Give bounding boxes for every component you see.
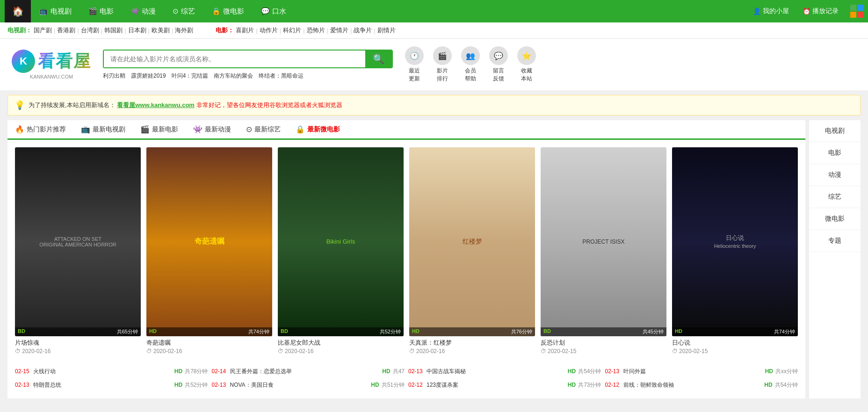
- micro-icon: 🔒: [212, 7, 221, 15]
- notice-link[interactable]: 看看屋www.kankanwu.com: [117, 101, 195, 108]
- tab-tv[interactable]: 📺 最新电视剧: [73, 120, 133, 140]
- subnav-comedy[interactable]: 喜剧片: [236, 26, 254, 35]
- movie-subnav: 电影： 喜剧片 | 动作片 | 科幻片 | 恐怖片 | 爱情片 | 战争片 | …: [204, 26, 395, 35]
- anime-tab-icon: 👾: [193, 125, 203, 134]
- search-button[interactable]: 🔍: [365, 51, 392, 67]
- recent-item-3[interactable]: 02-13 中国古战车揭秘 HD 共54分钟: [408, 366, 601, 377]
- movie-date-1: ⏱ 2020-02-16: [15, 348, 141, 354]
- subnav-war[interactable]: 战争片: [354, 26, 372, 35]
- quicklink-feedback[interactable]: 💬 留言反馈: [486, 46, 511, 83]
- collect-icon: ⭐: [517, 46, 536, 65]
- movie-date-3: ⏱ 2020-02-16: [278, 348, 404, 354]
- recent-item-4[interactable]: 02-13 叶问外篇 HD 共xx分钟: [605, 366, 798, 377]
- subnav-romance[interactable]: 爱情片: [330, 26, 348, 35]
- tab-micro[interactable]: 🔒 最新微电影: [288, 120, 347, 140]
- quicklink-recent[interactable]: 🕐 最近更新: [402, 46, 427, 83]
- variety-tab-icon: ⊙: [246, 125, 252, 134]
- tab-tv-label: 最新电视剧: [93, 125, 125, 134]
- movie-card-3[interactable]: Bikini Girls BD 共52分钟 比基尼女郎大战 ⏱ 2020-02-…: [278, 147, 404, 354]
- tab-hot[interactable]: 🔥 热门影片推荐: [7, 120, 73, 140]
- tab-anime[interactable]: 👾 最新动漫: [186, 120, 239, 140]
- movie-card-2[interactable]: 奇葩遗嘱 HD 共74分钟 奇葩遗嘱 ⏱ 2020-02-16: [146, 147, 272, 354]
- subnav-action[interactable]: 动作片: [260, 26, 278, 35]
- sidebar-item-anime[interactable]: 动漫: [809, 164, 861, 186]
- recent-item-5[interactable]: 02-13 特朗普总统 HD 共52分钟: [15, 379, 208, 391]
- logo-text: 看看屋: [38, 50, 91, 73]
- recent-item-8[interactable]: 02-12 前线：朝鲜致命领袖 HD 共54分钟: [605, 379, 798, 391]
- my-house-button[interactable]: 👤 我的小屋: [747, 0, 795, 22]
- nav-variety-label: 综艺: [181, 7, 195, 16]
- movie-thumb-1: ATTACKED ON SETORIGINAL AMERICAN HORROR …: [15, 147, 141, 336]
- tv-subnav-label: 电视剧：: [7, 26, 32, 35]
- tab-variety[interactable]: ⊙ 最新综艺: [239, 120, 288, 140]
- ranking-icon: 🎬: [433, 46, 452, 65]
- quicklink-ranking[interactable]: 🎬 影片排行: [430, 46, 455, 83]
- nav-tv[interactable]: 📺 电视剧: [31, 0, 80, 22]
- nav-movie[interactable]: 🎬 电影: [80, 0, 122, 22]
- movie-card-1[interactable]: ATTACKED ON SETORIGINAL AMERICAN HORROR …: [15, 147, 141, 354]
- quicklink-vip[interactable]: 👥 会员帮助: [458, 46, 483, 83]
- movie-badge-4: HD 共76分钟: [409, 327, 535, 336]
- recent-item-7[interactable]: 02-12 123度谋杀案 HD 共73分钟: [408, 379, 601, 391]
- nav-micro[interactable]: 🔒 微电影: [203, 0, 253, 22]
- recent-item-6[interactable]: 02-13 NOVA：美国日食 HD 共51分钟: [212, 379, 405, 391]
- subnav-jp[interactable]: 日本剧: [128, 26, 146, 35]
- movie-grid: ATTACKED ON SETORIGINAL AMERICAN HORROR …: [7, 140, 805, 362]
- notice-prefix: 为了持续发展,本站启用新域名：: [29, 101, 116, 108]
- movie-card-5[interactable]: PROJECT ISISX BD 共45分钟 反恐计划 ⏱ 2020-02-15: [541, 147, 666, 354]
- tab-variety-label: 最新综艺: [254, 125, 281, 134]
- history-button[interactable]: ⏰ 播放记录: [797, 0, 844, 22]
- main-content: 🔥 热门影片推荐 📺 最新电视剧 🎬 最新电影 👾 最新动漫 ⊙ 最新综艺 🔒: [0, 120, 868, 398]
- movie-title-6: 日心说: [672, 339, 798, 347]
- notice-text: 为了持续发展,本站启用新域名： 看看屋www.kankanwu.com 非常好记…: [29, 101, 342, 109]
- sidebar-item-movie[interactable]: 电影: [809, 142, 861, 164]
- home-button[interactable]: 🏠: [5, 0, 31, 22]
- subnav-hk[interactable]: 香港剧: [57, 26, 75, 35]
- hot-link-2[interactable]: 霹雳娇娃2019: [131, 72, 166, 80]
- grid-icon[interactable]: [850, 5, 863, 18]
- nav-gossip[interactable]: 💬 口水: [253, 0, 295, 22]
- tab-hot-label: 热门影片推荐: [27, 125, 66, 134]
- movie-card-6[interactable]: 日心说Heliocentric theory HD 共74分钟 日心说 ⏱ 20…: [672, 147, 798, 354]
- movie-thumb-5: PROJECT ISISX BD 共45分钟: [541, 147, 666, 336]
- movie-title-3: 比基尼女郎大战: [278, 339, 404, 347]
- movie-card-4[interactable]: 红楼梦 HD 共76分钟 天真派：红楼梦 ⏱ 2020-02-16: [409, 147, 535, 354]
- subnav-domestic[interactable]: 国产剧: [34, 26, 52, 35]
- clock-icon: ⏰: [803, 7, 810, 15]
- tab-movie[interactable]: 🎬 最新电影: [133, 120, 186, 140]
- movie-title-5: 反恐计划: [541, 339, 666, 347]
- sidebar-item-variety[interactable]: 综艺: [809, 186, 861, 208]
- recent-item-1[interactable]: 02-15 火线行动 HD 共78分钟: [15, 366, 208, 377]
- fire-icon: 🔥: [15, 125, 24, 134]
- subnav-drama[interactable]: 剧情片: [377, 26, 396, 35]
- search-input[interactable]: [104, 51, 365, 67]
- recent-item-2[interactable]: 02-14 民王番外篇：恋爱总选举 HD 共47: [212, 366, 405, 377]
- quicklink-collect[interactable]: ⭐ 收藏本站: [514, 46, 539, 83]
- sub-navigation: 电视剧： 国产剧 | 香港剧 | 台湾剧 | 韩国剧 | 日本剧 | 欧美剧 |…: [0, 22, 868, 39]
- subnav-kr[interactable]: 韩国剧: [104, 26, 123, 35]
- nav-anime[interactable]: 👾 动漫: [122, 0, 164, 22]
- my-house-label: 我的小屋: [763, 7, 789, 15]
- hot-link-1[interactable]: 利刃出鞘: [103, 72, 125, 80]
- subnav-eu[interactable]: 欧美剧: [152, 26, 170, 35]
- hot-link-3[interactable]: 叶问4：完结篇: [172, 72, 209, 80]
- search-center: 🔍 利刃出鞘 霹雳娇娃2019 叶问4：完结篇 南方车站的聚会 终结者：黑暗命运: [103, 50, 393, 80]
- hot-link-4[interactable]: 南方车站的聚会: [214, 72, 253, 80]
- sidebar-item-tv[interactable]: 电视剧: [809, 120, 861, 142]
- sidebar-item-special[interactable]: 专题: [809, 230, 861, 252]
- tv-tab-icon: 📺: [81, 125, 90, 134]
- nav-variety[interactable]: ⊙ 综艺: [164, 0, 203, 22]
- movie-thumb-6: 日心说Heliocentric theory HD 共74分钟: [672, 147, 798, 336]
- hot-link-5[interactable]: 终结者：黑暗命运: [259, 72, 304, 80]
- subnav-overseas[interactable]: 海外剧: [175, 26, 193, 35]
- nav-items: 📺 电视剧 🎬 电影 👾 动漫 ⊙ 综艺 🔒 微电影 💬 口水: [31, 0, 747, 22]
- movie-thumb-2: 奇葩遗嘱 HD 共74分钟: [146, 147, 272, 336]
- subnav-scifi[interactable]: 科幻片: [283, 26, 301, 35]
- right-sidebar: 电视剧 电影 动漫 综艺 微电影 专题: [809, 120, 861, 398]
- nav-micro-label: 微电影: [223, 7, 244, 16]
- logo-block: K 看看屋 KANKANWU.COM: [9, 50, 94, 80]
- subnav-tw[interactable]: 台湾剧: [81, 26, 99, 35]
- subnav-horror[interactable]: 恐怖片: [307, 26, 325, 35]
- sidebar-item-micro[interactable]: 微电影: [809, 208, 861, 230]
- movie-badge-3: BD 共52分钟: [278, 327, 404, 336]
